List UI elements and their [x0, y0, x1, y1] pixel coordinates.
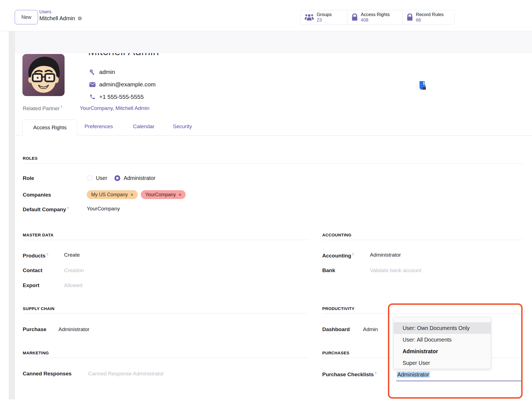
- stat-label: Access Rights: [361, 12, 390, 17]
- bank-row: Bank Validate bank account: [322, 267, 335, 274]
- company-tag[interactable]: My US Company ×: [87, 190, 138, 199]
- groups-stat-button[interactable]: Groups 23: [301, 10, 347, 24]
- help-icon: ?: [46, 253, 48, 257]
- control-panel: New Users Mitchell Admin ⚙ Groups 23: [0, 0, 532, 31]
- bank-label: Bank: [322, 267, 335, 273]
- tabs-divider: [15, 135, 532, 136]
- products-label: Products: [23, 253, 45, 259]
- email-value[interactable]: admin@example.com: [99, 81, 155, 88]
- phone-value[interactable]: +1 555-555-5555: [99, 94, 144, 100]
- companies-label: Companies: [23, 192, 51, 198]
- section-title-marketing: MARKETING: [23, 350, 49, 355]
- tab-preferences[interactable]: Preferences: [85, 123, 113, 130]
- email-row: admin@example.com: [89, 81, 155, 88]
- purchase-checklists-dropdown: User: Own Documents Only User: All Docum…: [393, 317, 491, 369]
- dropdown-item[interactable]: User: All Documents: [394, 334, 491, 345]
- key-icon: [89, 69, 96, 75]
- section-divider: [23, 313, 308, 314]
- section-title-master-data: MASTER DATA: [23, 233, 53, 237]
- dropdown-item[interactable]: Super User: [394, 357, 491, 369]
- breadcrumb-users-link[interactable]: Users: [39, 9, 82, 14]
- phone-icon: [89, 94, 96, 100]
- radio-administrator[interactable]: [114, 175, 120, 181]
- dashboard-value[interactable]: Admin: [363, 326, 378, 333]
- accounting-row: Accounting? Administrator: [322, 251, 354, 259]
- accounting-value[interactable]: Administrator: [370, 251, 401, 259]
- purchase-checklists-input[interactable]: Administrator: [397, 370, 430, 379]
- dropdown-item[interactable]: Administrator: [394, 345, 491, 357]
- tab-security[interactable]: Security: [173, 123, 192, 130]
- products-value[interactable]: Create: [64, 251, 80, 259]
- export-row: Export Allowed: [23, 282, 39, 289]
- stat-value: 408: [361, 17, 390, 23]
- radio-user-label[interactable]: User: [96, 174, 107, 182]
- purchase-label: Purchase: [23, 326, 47, 332]
- breadcrumb: Users Mitchell Admin ⚙: [39, 9, 82, 22]
- login-row: admin: [89, 68, 115, 76]
- scrollbar-track[interactable]: [9, 31, 15, 399]
- section-title-roles: ROLES: [23, 156, 38, 161]
- access-rights-stat-button[interactable]: Access Rights 408: [347, 10, 403, 24]
- default-company-label: Default Company: [23, 207, 66, 212]
- company-tag[interactable]: YourCompany ×: [141, 190, 186, 199]
- purchase-checklists-label: Purchase Checklists: [322, 372, 374, 377]
- record-rules-stat-button[interactable]: Record Rules 66: [403, 10, 454, 24]
- stat-value: 23: [317, 17, 332, 23]
- remove-tag-icon[interactable]: ×: [131, 191, 133, 198]
- section-divider: [23, 240, 308, 240]
- role-label: Role: [23, 175, 34, 181]
- help-icon: ?: [60, 105, 62, 109]
- section-title-productivity: PRODUCTIVITY: [322, 306, 354, 311]
- section-divider: [23, 163, 523, 163]
- accounting-label: Accounting: [322, 253, 351, 259]
- contact-row: Contact Creation: [23, 267, 42, 274]
- stat-label: Groups: [317, 12, 332, 17]
- dropdown-empty-option[interactable]: [394, 317, 491, 322]
- input-focus-underline: [396, 381, 521, 381]
- export-value[interactable]: Allowed: [64, 282, 83, 289]
- help-icon: ?: [352, 253, 354, 257]
- dropdown-item[interactable]: User: Own Documents Only: [394, 322, 491, 334]
- dashboard-row: Dashboard Admin: [322, 326, 350, 333]
- canned-responses-value[interactable]: Canned Response Administrator: [88, 370, 164, 377]
- canned-responses-row: Canned Responses Canned Response Adminis…: [23, 370, 71, 377]
- companies-row: Companies My US Company × YourCompany ×: [23, 191, 51, 198]
- dashboard-label: Dashboard: [322, 326, 350, 332]
- section-title-purchases: PURCHASES: [322, 350, 349, 355]
- radio-user[interactable]: [87, 175, 93, 181]
- users-form-view: New Users Mitchell Admin ⚙ Groups 23: [0, 0, 532, 405]
- section-title-accounting: ACCOUNTING: [322, 233, 352, 237]
- password-manager-shield-lock-icon[interactable]: [419, 81, 427, 92]
- gear-icon[interactable]: ⚙: [78, 16, 82, 21]
- tab-calendar[interactable]: Calendar: [133, 123, 154, 130]
- purchase-value[interactable]: Administrator: [58, 326, 89, 333]
- login-value[interactable]: admin: [99, 69, 115, 75]
- related-partner-link[interactable]: YourCompany, Mitchell Admin: [80, 105, 149, 111]
- section-divider: [322, 313, 523, 314]
- avatar[interactable]: [22, 54, 65, 96]
- section-title-supply-chain: SUPPLY CHAIN: [23, 306, 55, 311]
- purchase-row: Purchase Administrator: [23, 326, 47, 333]
- stat-buttons: Groups 23 Access Rights 408 Record Rul: [300, 10, 454, 25]
- new-button[interactable]: New: [15, 10, 38, 24]
- related-partner-label: Related Partner: [23, 105, 60, 111]
- record-name: Mitchell Admin: [88, 53, 265, 58]
- record-name-heading-clipped: Mitchell Admin: [88, 53, 265, 58]
- lock-icon: [351, 14, 358, 21]
- related-partner-row: Related Partner? YourCompany, Mitchell A…: [23, 105, 62, 112]
- lock-icon: [406, 14, 413, 21]
- company-tag-name: My US Company: [91, 191, 128, 198]
- groups-icon: [305, 14, 314, 21]
- radio-administrator-label[interactable]: Administrator: [124, 174, 155, 182]
- remove-tag-icon[interactable]: ×: [178, 191, 181, 198]
- sheet-top-band: [15, 31, 532, 53]
- tab-access-rights[interactable]: Access Rights: [22, 120, 77, 136]
- phone-row: +1 555-555-5555: [89, 93, 144, 101]
- bank-value[interactable]: Validate bank account: [370, 267, 421, 274]
- role-row: Role User Administrator: [23, 174, 34, 182]
- section-divider: [322, 240, 523, 240]
- section-divider: [23, 358, 308, 358]
- default-company-value[interactable]: YourCompany: [87, 205, 120, 212]
- help-icon: ?: [67, 207, 69, 210]
- contact-value[interactable]: Creation: [64, 267, 84, 274]
